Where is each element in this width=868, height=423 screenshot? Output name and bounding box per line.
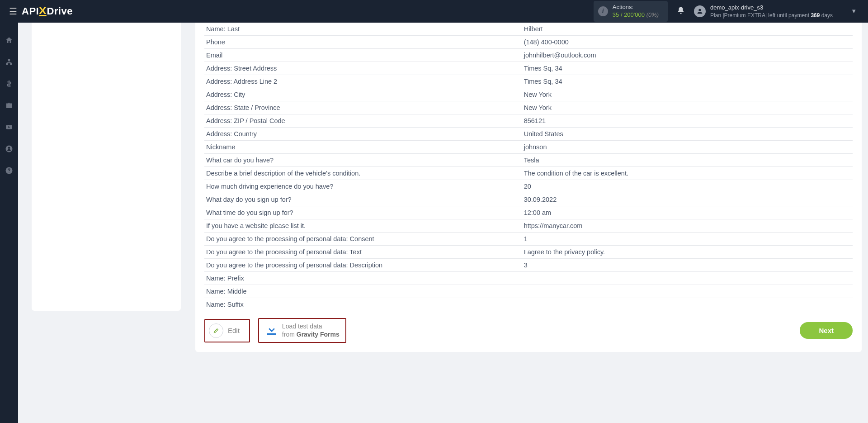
field-value: Times Sq, 34	[522, 75, 853, 88]
table-row: Address: ZIP / Postal Code856121	[204, 114, 853, 128]
table-row: What day do you sign up for?30.09.2022	[204, 193, 853, 206]
actions-total: 200'000	[624, 11, 645, 18]
field-value	[522, 298, 853, 311]
table-row: Describe a brief description of the vehi…	[204, 167, 853, 180]
actions-text: Actions: 35 / 200'000 (0%)	[613, 4, 659, 19]
edit-label: Edit	[228, 327, 240, 334]
plan-line: Plan |Premium EXTRA| left until payment …	[710, 12, 833, 19]
field-label: Do you agree to the processing of person…	[204, 233, 522, 246]
pencil-icon	[209, 323, 223, 338]
user-menu[interactable]: demo_apix-drive_s3 Plan |Premium EXTRA| …	[694, 4, 868, 19]
download-icon	[265, 323, 278, 338]
logo[interactable]: APIXDrive	[22, 5, 73, 17]
sidebar-home-icon[interactable]	[5, 36, 13, 47]
data-table: Name: LastHilbertPhone(148) 400-0000Emai…	[204, 23, 853, 311]
table-row: Address: Address Line 2Times Sq, 34	[204, 75, 853, 88]
load-text: Load test data from Gravity Forms	[282, 323, 340, 338]
sidebar	[0, 23, 18, 423]
table-row: Do you agree to the processing of person…	[204, 259, 853, 272]
info-icon: i	[598, 6, 608, 16]
logo-text-x: X	[39, 6, 47, 17]
field-label: Describe a brief description of the vehi…	[204, 167, 522, 180]
load-test-data-button[interactable]: Load test data from Gravity Forms	[260, 320, 344, 341]
field-value: 856121	[522, 114, 853, 128]
table-row: Emailjohnhilbert@outlook.com	[204, 49, 853, 62]
sidebar-account-icon[interactable]	[5, 145, 13, 155]
field-label: What car do you have?	[204, 154, 522, 167]
field-value	[522, 285, 853, 298]
field-value: 3	[522, 259, 853, 272]
field-label: Nickname	[204, 141, 522, 154]
sidebar-billing-icon[interactable]	[5, 80, 13, 90]
table-row: Name: Suffix	[204, 298, 853, 311]
field-value: Tesla	[522, 154, 853, 167]
actions-label: Actions:	[613, 4, 659, 11]
actions-counter[interactable]: i Actions: 35 / 200'000 (0%)	[594, 1, 668, 22]
table-row: Nicknamejohnson	[204, 141, 853, 154]
table-row: Phone(148) 400-0000	[204, 36, 853, 49]
bell-icon[interactable]	[677, 6, 685, 17]
field-value: 12:00 am	[522, 206, 853, 219]
table-row: If you have a website please list it.htt…	[204, 219, 853, 233]
table-row: What time do you sign up for?12:00 am	[204, 206, 853, 219]
field-label: Name: Middle	[204, 285, 522, 298]
username: demo_apix-drive_s3	[710, 4, 833, 12]
logo-text-pre: API	[22, 5, 39, 17]
field-label: Address: City	[204, 88, 522, 101]
field-value	[522, 272, 853, 285]
load-source: Gravity Forms	[297, 331, 340, 338]
field-label: Name: Prefix	[204, 272, 522, 285]
field-label: What day do you sign up for?	[204, 193, 522, 206]
main-area: Name: LastHilbertPhone(148) 400-0000Emai…	[18, 23, 868, 423]
next-button[interactable]: Next	[800, 322, 853, 339]
actions-pct: (0%)	[646, 11, 659, 18]
field-label: Email	[204, 49, 522, 62]
field-value: Times Sq, 34	[522, 62, 853, 75]
field-value: 30.09.2022	[522, 193, 853, 206]
field-label: Address: ZIP / Postal Code	[204, 114, 522, 128]
table-row: Name: Prefix	[204, 272, 853, 285]
table-row: What car do you have?Tesla	[204, 154, 853, 167]
sidebar-help-icon[interactable]	[5, 166, 13, 177]
table-row: Name: Middle	[204, 285, 853, 298]
field-value: New York	[522, 101, 853, 114]
load-highlight: Load test data from Gravity Forms	[258, 318, 346, 343]
table-row: Address: State / ProvinceNew York	[204, 101, 853, 114]
field-label: How much driving experience do you have?	[204, 180, 522, 193]
sidebar-briefcase-icon[interactable]	[5, 101, 13, 112]
field-value: johnhilbert@outlook.com	[522, 49, 853, 62]
logo-text-post: Drive	[47, 5, 73, 17]
field-value: johnson	[522, 141, 853, 154]
field-value: New York	[522, 88, 853, 101]
load-line1: Load test data	[282, 323, 340, 331]
actions-sep: /	[619, 11, 624, 18]
table-row: How much driving experience do you have?…	[204, 180, 853, 193]
field-value: United States	[522, 128, 853, 141]
button-row: Edit Load test data from Gravity Forms N…	[204, 318, 853, 343]
field-label: Address: State / Province	[204, 101, 522, 114]
field-label: Do you agree to the processing of person…	[204, 246, 522, 259]
sidebar-youtube-icon[interactable]	[5, 123, 13, 133]
field-label: Name: Suffix	[204, 298, 522, 311]
field-label: Name: Last	[204, 23, 522, 36]
avatar	[694, 5, 706, 17]
field-label: Do you agree to the processing of person…	[204, 259, 522, 272]
chevron-down-icon[interactable]: ▼	[851, 8, 857, 14]
field-value: https://manycar.com	[522, 219, 853, 233]
field-value: 20	[522, 180, 853, 193]
field-value: The condition of the car is excellent.	[522, 167, 853, 180]
left-side-card	[32, 23, 181, 311]
user-text: demo_apix-drive_s3 Plan |Premium EXTRA| …	[710, 4, 833, 19]
field-label: If you have a website please list it.	[204, 219, 522, 233]
field-label: Phone	[204, 36, 522, 49]
menu-toggle-icon[interactable]: ☰	[5, 6, 22, 17]
app-header: ☰ APIXDrive i Actions: 35 / 200'000 (0%)…	[0, 0, 868, 23]
edit-button[interactable]: Edit	[207, 321, 248, 340]
field-label: What time do you sign up for?	[204, 206, 522, 219]
field-value: (148) 400-0000	[522, 36, 853, 49]
table-row: Do you agree to the processing of person…	[204, 246, 853, 259]
edit-highlight: Edit	[204, 319, 250, 342]
field-label: Address: Country	[204, 128, 522, 141]
actions-used: 35	[613, 11, 619, 18]
sidebar-connections-icon[interactable]	[5, 58, 13, 68]
